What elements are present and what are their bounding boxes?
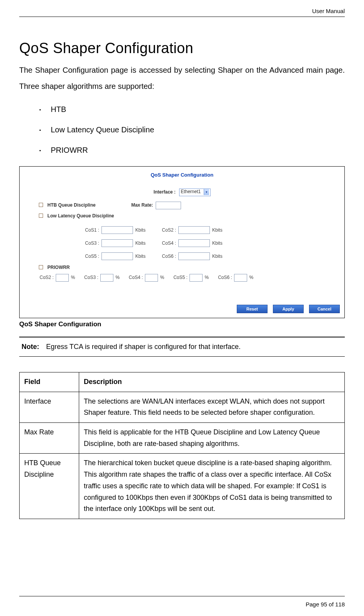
max-rate-label: Max Rate: [131, 202, 153, 208]
table-row: HTB Queue Discipline The hierarchical to… [20, 454, 345, 519]
field-name: HTB Queue Discipline [20, 454, 79, 519]
low-latency-checkbox[interactable] [39, 214, 43, 218]
cos3-input[interactable] [101, 239, 133, 247]
page-title: QoS Shaper Configuration [19, 40, 345, 57]
apply-button[interactable]: Apply [273, 305, 304, 313]
list-item: PRIOWRR [39, 146, 345, 155]
htb-label: HTB Queue Discipline [47, 202, 95, 208]
figure-caption: QoS Shaper Configuration [19, 321, 345, 328]
kbits-unit: Kbits [210, 240, 228, 246]
percent-unit: % [115, 275, 120, 280]
cos1-input[interactable] [101, 226, 133, 234]
note-label: Note: [19, 343, 39, 351]
priowrr-cos2-label: CoS2 : [40, 275, 54, 280]
kbits-unit: Kbits [133, 254, 151, 259]
priowrr-cos3-input[interactable] [100, 274, 113, 282]
field-description: This field is applicable for the HTB Que… [79, 423, 345, 454]
priowrr-cos5-label: CoS5 : [173, 275, 188, 280]
list-item: HTB [39, 105, 345, 114]
percent-unit: % [71, 275, 75, 280]
interface-select[interactable]: Ethernet1 ▾ [179, 189, 210, 196]
algorithm-list: HTB Low Latency Queue Discipline PRIOWRR [19, 105, 345, 155]
page-footer: Page 95 of 118 [19, 596, 345, 608]
cos2-label: CoS2 : [151, 227, 178, 233]
priowrr-cos4-label: CoS4 : [129, 275, 143, 280]
htb-checkbox[interactable] [39, 203, 43, 207]
panel-title: QoS Shaper Configuration [22, 172, 342, 178]
priowrr-checkbox[interactable] [39, 265, 43, 269]
interface-value: Ethernet1 [181, 189, 201, 194]
config-panel: QoS Shaper Configuration Interface : Eth… [19, 166, 345, 318]
kbits-unit: Kbits [210, 254, 228, 259]
cos1-label: CoS1 : [57, 227, 101, 233]
field-name: Interface [20, 392, 79, 422]
note-text: Egress TCA is required if shaper is conf… [46, 343, 241, 351]
field-description: The hierarchical token bucket queue disc… [79, 454, 345, 519]
reset-button[interactable]: Reset [237, 305, 268, 313]
cancel-button[interactable]: Cancel [309, 305, 340, 313]
intro-paragraph: The Shaper Configuration page is accesse… [19, 62, 345, 94]
cos3-label: CoS3 : [57, 240, 101, 246]
cos5-label: CoS5 : [57, 254, 101, 259]
low-latency-label: Low Latency Queue Discipline [47, 213, 114, 219]
page-header: User Manual [19, 8, 345, 17]
field-description: The selections are WAN/LAN interfaces ex… [79, 392, 345, 422]
priowrr-cos6-label: CoS6 : [218, 275, 232, 280]
priowrr-cos6-input[interactable] [234, 274, 247, 282]
cos6-label: CoS6 : [151, 254, 178, 259]
field-name: Max Rate [20, 423, 79, 454]
max-rate-input[interactable] [156, 202, 181, 209]
percent-unit: % [160, 275, 164, 280]
note-block: Note: Egress TCA is required if shaper i… [19, 337, 345, 357]
table-header-description: Description [79, 372, 345, 392]
cos4-input[interactable] [178, 239, 210, 247]
priowrr-cos2-input[interactable] [56, 274, 69, 282]
kbits-unit: Kbits [133, 240, 151, 246]
priowrr-cos3-label: CoS3 : [84, 275, 98, 280]
table-row: Interface The selections are WAN/LAN int… [20, 392, 345, 422]
kbits-unit: Kbits [133, 227, 151, 233]
interface-label: Interface : [153, 189, 175, 195]
cos2-input[interactable] [178, 226, 210, 234]
chevron-down-icon: ▾ [204, 189, 209, 195]
priowrr-label: PRIOWRR [47, 265, 70, 270]
table-row: Max Rate This field is applicable for th… [20, 423, 345, 454]
cos6-input[interactable] [178, 252, 210, 260]
field-description-table: Field Description Interface The selectio… [19, 372, 345, 519]
list-item: Low Latency Queue Discipline [39, 125, 345, 134]
kbits-unit: Kbits [210, 227, 228, 233]
priowrr-cos4-input[interactable] [145, 274, 158, 282]
cos4-label: CoS4 : [151, 240, 178, 246]
priowrr-cos5-input[interactable] [189, 274, 203, 282]
cos5-input[interactable] [101, 252, 133, 260]
percent-unit: % [249, 275, 254, 280]
table-header-field: Field [20, 372, 79, 392]
percent-unit: % [205, 275, 209, 280]
